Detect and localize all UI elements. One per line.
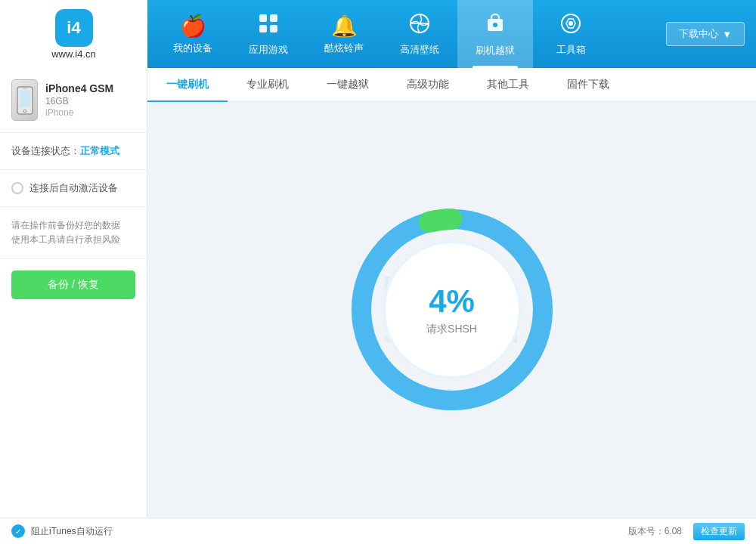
sub-nav-bar: 一键刷机 专业刷机 一键越狱 高级功能 其他工具 固件下载 — [147, 68, 756, 102]
svg-rect-1 — [270, 14, 277, 22]
apple-icon: 🍎 — [180, 14, 206, 39]
itunes-icon: ✓ — [11, 524, 25, 538]
nav-toolbox-label: 工具箱 — [556, 43, 586, 57]
svg-rect-13 — [23, 88, 27, 88]
footer-left: ✓ 阻止iTunes自动运行 — [11, 524, 113, 538]
svg-rect-11 — [20, 90, 30, 107]
sub-nav-pro-flash[interactable]: 专业刷机 — [228, 68, 308, 102]
nav-my-device-label: 我的设备 — [173, 42, 212, 55]
logo-icon: i4 — [55, 9, 93, 47]
status-label: 设备连接状态： — [11, 145, 80, 156]
status-value: 正常模式 — [80, 145, 119, 156]
download-center-button[interactable]: 下载中心 ▼ — [666, 22, 745, 46]
logo-area: i4 www.i4.cn — [0, 0, 147, 68]
sub-nav-other-tools[interactable]: 其他工具 — [468, 68, 548, 102]
sub-nav-one-click-flash[interactable]: 一键刷机 — [147, 68, 228, 102]
toolbox-icon — [559, 12, 582, 40]
auto-activate-option[interactable]: 连接后自动激活设备 — [0, 170, 147, 207]
itunes-label: 阻止iTunes自动运行 — [31, 525, 113, 538]
logo-subtitle: www.i4.cn — [51, 48, 96, 60]
nav-app-game-label: 应用游戏 — [249, 43, 288, 57]
app-icon — [257, 12, 280, 40]
device-name: iPhone4 GSM — [45, 82, 135, 94]
download-arrow-icon: ▼ — [722, 29, 732, 40]
svg-rect-0 — [259, 14, 267, 22]
warning-text: 请在操作前备份好您的数据使用本工具请自行承担风险 — [11, 220, 120, 245]
footer-right: 版本号：6.08 检查更新 — [628, 523, 745, 540]
device-info: iPhone4 GSM 16GB iPhone — [45, 82, 135, 118]
bell-icon: 🔔 — [331, 14, 358, 39]
progress-label: 请求SHSH — [426, 323, 477, 336]
sub-nav-one-click-jailbreak[interactable]: 一键越狱 — [308, 68, 388, 102]
nav-app-game[interactable]: 应用游戏 — [231, 0, 306, 68]
sidebar-connection-status: 设备连接状态：正常模式 — [0, 133, 147, 170]
jailbreak-icon — [483, 11, 507, 41]
svg-point-9 — [569, 21, 573, 26]
main-content: KIFSystem 4% 请求SHSH — [147, 102, 756, 518]
nav-jailbreak-label: 刷机越狱 — [476, 44, 515, 57]
donut-center: 4% 请求SHSH — [426, 283, 477, 336]
sub-nav-advanced[interactable]: 高级功能 — [388, 68, 468, 102]
svg-rect-2 — [259, 25, 267, 32]
device-icon — [11, 79, 38, 121]
svg-point-7 — [493, 23, 497, 27]
device-storage: 16GB — [45, 96, 135, 107]
footer: ✓ 阻止iTunes自动运行 版本号：6.08 检查更新 — [0, 518, 756, 544]
nav-toolbox[interactable]: 工具箱 — [533, 0, 609, 68]
sidebar-warning: 请在操作前备份好您的数据使用本工具请自行承担风险 — [0, 207, 147, 259]
auto-activate-label: 连接后自动激活设备 — [29, 181, 118, 195]
auto-activate-radio[interactable] — [11, 182, 23, 194]
sidebar: iPhone4 GSM 16GB iPhone 设备连接状态：正常模式 连接后自… — [0, 68, 147, 518]
nav-jailbreak[interactable]: 刷机越狱 — [457, 0, 533, 68]
backup-restore-button[interactable]: 备份 / 恢复 — [11, 270, 135, 299]
download-center-label: 下载中心 — [679, 27, 718, 41]
nav-ringtone-label: 酷炫铃声 — [324, 42, 364, 55]
check-update-button[interactable]: 检查更新 — [693, 523, 745, 540]
version-label: 版本号：6.08 — [628, 525, 682, 538]
svg-rect-3 — [270, 25, 277, 32]
sub-nav-firmware-download[interactable]: 固件下载 — [548, 68, 628, 102]
device-card: iPhone4 GSM 16GB iPhone — [0, 68, 147, 133]
nav-my-device[interactable]: 🍎 我的设备 — [155, 0, 231, 68]
progress-percent: 4% — [426, 283, 477, 320]
wallpaper-icon — [408, 12, 431, 40]
nav-wallpaper[interactable]: 高清壁纸 — [382, 0, 457, 68]
device-type: iPhone — [45, 107, 135, 118]
progress-donut: 4% 请求SHSH — [346, 204, 558, 416]
header: i4 www.i4.cn 🍎 我的设备 应用游戏 🔔 酷炫铃声 — [0, 0, 756, 68]
nav-ringtone[interactable]: 🔔 酷炫铃声 — [306, 0, 382, 68]
nav-bar: 🍎 我的设备 应用游戏 🔔 酷炫铃声 — [147, 0, 756, 68]
nav-wallpaper-label: 高清壁纸 — [400, 43, 439, 57]
